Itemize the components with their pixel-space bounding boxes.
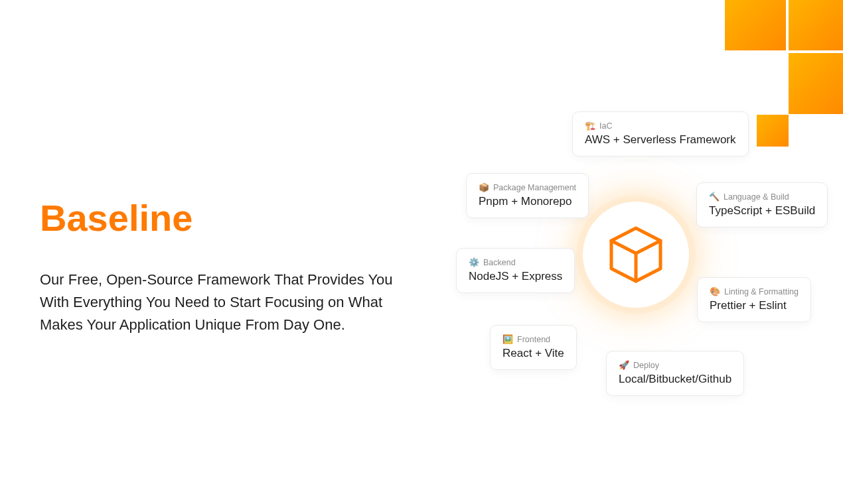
card-front-value: React + Vite [502, 347, 564, 360]
decor-square-3 [789, 53, 843, 114]
card-frontend: 🖼️ Frontend React + Vite [490, 325, 577, 370]
card-linting: 🎨 Linting & Formatting Prettier + Eslint [697, 277, 811, 322]
decor-square-1 [725, 0, 786, 50]
rocket-icon: 🚀 [619, 360, 629, 370]
card-iac-label: 🏗️ IaC [585, 121, 736, 131]
card-backend-value: NodeJS + Express [469, 270, 562, 283]
package-icon: 📦 [479, 182, 489, 192]
card-lint-label: 🎨 Linting & Formatting [710, 286, 799, 296]
decor-square-2 [789, 0, 843, 50]
card-lint-label-text: Linting & Formatting [724, 287, 799, 296]
card-lang-label-text: Language & Build [724, 192, 789, 202]
card-front-label: 🖼️ Frontend [502, 334, 564, 344]
card-pkg-label: 📦 Package Management [479, 182, 576, 192]
picture-icon: 🖼️ [502, 334, 513, 344]
hammer-icon: 🔨 [709, 192, 720, 202]
card-iac-label-text: IaC [599, 121, 612, 131]
hero-section: Baseline Our Free, Open-Source Framework… [40, 199, 425, 336]
construction-icon: 🏗️ [585, 121, 595, 131]
card-deploy-label-text: Deploy [633, 361, 659, 370]
hero-title: Baseline [40, 199, 425, 238]
card-front-label-text: Frontend [517, 335, 550, 344]
cube-graphic [583, 202, 689, 308]
card-iac-value: AWS + Serverless Framework [585, 133, 736, 147]
gear-icon: ⚙️ [469, 257, 479, 267]
card-pkg-label-text: Package Management [493, 183, 576, 192]
card-package-management: 📦 Package Management Pnpm + Monorepo [466, 173, 589, 218]
card-backend-label-text: Backend [483, 258, 516, 267]
palette-icon: 🎨 [710, 286, 720, 296]
hero-subtitle: Our Free, Open-Source Framework That Pro… [40, 269, 425, 336]
card-lang-value: TypeScript + ESBuild [709, 204, 815, 218]
card-pkg-value: Pnpm + Monorepo [479, 195, 576, 208]
card-language-build: 🔨 Language & Build TypeScript + ESBuild [696, 182, 828, 227]
card-lint-value: Prettier + Eslint [710, 299, 799, 312]
decor-square-4 [757, 115, 789, 147]
card-backend-label: ⚙️ Backend [469, 257, 562, 267]
card-deploy-value: Local/Bitbucket/Github [619, 373, 731, 386]
card-iac: 🏗️ IaC AWS + Serverless Framework [572, 111, 749, 157]
card-deploy-label: 🚀 Deploy [619, 360, 731, 370]
card-backend: ⚙️ Backend NodeJS + Express [456, 248, 575, 293]
package-cube-icon [608, 225, 664, 284]
card-lang-label: 🔨 Language & Build [709, 192, 815, 202]
card-deploy: 🚀 Deploy Local/Bitbucket/Github [606, 351, 744, 396]
